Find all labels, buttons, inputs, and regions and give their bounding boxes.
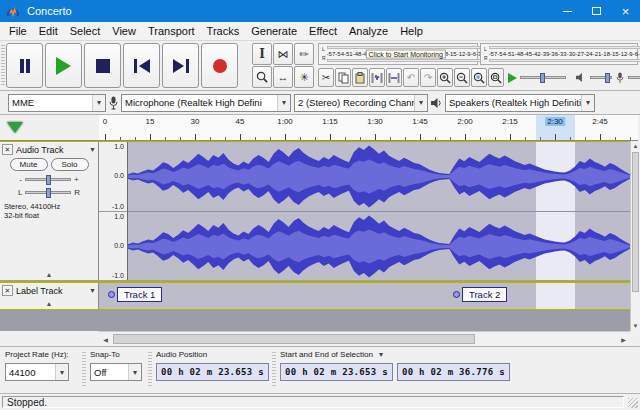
skip-to-end-button[interactable] (162, 43, 199, 88)
selection-start-display[interactable]: 00 h 02 m 23.653 s (280, 363, 393, 381)
minimize-button[interactable] (553, 0, 582, 22)
audio-position-display[interactable]: 00 h 02 m 23.653 s (156, 363, 269, 381)
ruler-label: 1:00 (275, 117, 295, 126)
menu-edit[interactable]: Edit (33, 23, 64, 39)
envelope-tool-button[interactable]: ⋈ (273, 43, 293, 65)
maximize-button[interactable] (582, 0, 611, 22)
pinned-play-head-icon[interactable] (7, 122, 23, 133)
ruler-tick (630, 137, 631, 140)
track-collapse-button[interactable]: ▲ (0, 300, 98, 309)
play-speed-thumb[interactable] (540, 73, 545, 83)
transport-toolbar-grip[interactable] (1, 45, 5, 87)
playback-device-select[interactable]: Speakers (Realtek High Definiti ▾ (445, 94, 595, 112)
pause-button[interactable] (6, 43, 43, 88)
track-title[interactable]: Label Track (16, 286, 86, 296)
resize-grip[interactable] (628, 398, 638, 408)
chevron-down-icon[interactable]: ▾ (379, 350, 383, 359)
horizontal-scrollbar[interactable]: ◀ ▶ (99, 331, 630, 346)
solo-button[interactable]: Solo (51, 158, 89, 171)
scroll-right-arrow[interactable]: ▶ (617, 332, 630, 346)
gain-thumb[interactable] (46, 175, 51, 185)
monitoring-hint[interactable]: Click to Start Monitoring (366, 50, 446, 59)
menu-select[interactable]: Select (64, 23, 107, 39)
waveform-channel-left[interactable] (128, 142, 630, 211)
menu-generate[interactable]: Generate (245, 23, 303, 39)
track-title[interactable]: Audio Track (16, 145, 86, 155)
label-handle-icon[interactable] (108, 291, 115, 298)
selection-region[interactable] (536, 283, 575, 309)
redo-button[interactable]: ↷ (420, 68, 436, 87)
audio-host-select[interactable]: MME ▾ (8, 94, 106, 112)
multi-tool-button[interactable]: ✳ (294, 66, 314, 88)
skip-to-start-button[interactable] (123, 43, 160, 88)
label-flag[interactable]: Track 2 (453, 287, 507, 302)
track-menu-chevron-icon[interactable]: ▼ (89, 146, 96, 153)
selection-tool-button[interactable]: I (252, 43, 272, 65)
horizontal-scroll-thumb[interactable] (113, 334, 475, 344)
vertical-scroll-thumb[interactable] (632, 152, 639, 292)
vertical-scale-ruler[interactable]: 1.0 0.0 -1.0 1.0 0.0 -1.0 (99, 142, 128, 280)
play-at-speed-icon[interactable] (508, 73, 517, 83)
label-track-content[interactable]: Track 1Track 2 (99, 283, 630, 309)
scroll-up-arrow[interactable]: ▲ (631, 141, 640, 151)
label-text[interactable]: Track 1 (117, 287, 162, 302)
playback-meter[interactable]: LR -57-54-51-48-45-42-39-36-33-30-27-24-… (480, 43, 638, 65)
output-volume-slider[interactable] (590, 76, 612, 79)
cut-button[interactable]: ✂ (318, 68, 334, 87)
waveform-channel-right[interactable] (128, 211, 630, 280)
zoom-tool-button[interactable] (252, 66, 272, 88)
draw-tool-button[interactable]: ✏ (294, 43, 314, 65)
timeshift-tool-button[interactable]: ↔ (273, 66, 293, 88)
label-text[interactable]: Track 2 (462, 287, 507, 302)
pan-thumb[interactable] (46, 188, 51, 198)
copy-button[interactable] (335, 68, 351, 87)
zoom-selection-button[interactable] (471, 68, 487, 87)
input-volume-slider[interactable] (628, 76, 640, 79)
scroll-left-arrow[interactable]: ◀ (99, 332, 112, 346)
vertical-scrollbar[interactable]: ▲ ▼ (630, 141, 640, 331)
selection-end-display[interactable]: 00 h 02 m 36.776 s (397, 363, 510, 381)
timeline-ruler[interactable]: 01530451:001:151:301:452:002:152:302:45 (99, 115, 638, 141)
menu-analyze[interactable]: Analyze (343, 23, 394, 39)
toolbar-dock: I ⋈ ✏ ↔ ✳ LR -57-54-51-48-45 (0, 41, 640, 91)
label-flag[interactable]: Track 1 (108, 287, 162, 302)
zoom-in-button[interactable] (437, 68, 453, 87)
ruler-tick (540, 137, 541, 140)
menu-transport[interactable]: Transport (142, 23, 201, 39)
play-button[interactable] (45, 43, 82, 88)
track-close-button[interactable]: ✕ (2, 285, 13, 296)
zoom-fit-button[interactable] (488, 68, 504, 87)
paste-button[interactable] (352, 68, 368, 87)
waveform-area[interactable] (128, 142, 630, 280)
label-handle-icon[interactable] (453, 291, 460, 298)
track-close-button[interactable]: ✕ (2, 144, 13, 155)
meter-channel-labels: LR (322, 45, 326, 63)
menu-help[interactable]: Help (394, 23, 429, 39)
gain-slider[interactable] (25, 178, 71, 181)
menu-view[interactable]: View (106, 23, 142, 39)
selection-mode-label[interactable]: Start and End of Selection (280, 350, 373, 359)
track-collapse-button[interactable]: ▲ (0, 271, 98, 280)
menu-tracks[interactable]: Tracks (201, 23, 246, 39)
recording-device-select[interactable]: Microphone (Realtek High Defini ▾ (121, 94, 291, 112)
record-button[interactable] (201, 43, 238, 88)
project-rate-select[interactable]: 44100 ▾ (5, 363, 69, 381)
close-button[interactable]: × (611, 0, 640, 22)
track-menu-chevron-icon[interactable]: ▼ (89, 287, 96, 294)
scroll-down-arrow[interactable]: ▼ (631, 321, 640, 331)
recording-meter[interactable]: LR -57-54-51-48-45-42-39-36-33-30-27-24-… (318, 43, 478, 65)
snap-to-select[interactable]: Off ▾ (90, 363, 142, 381)
menu-file[interactable]: File (3, 23, 33, 39)
play-speed-slider[interactable] (520, 76, 566, 79)
trim-audio-button[interactable] (369, 68, 385, 87)
recording-channels-select[interactable]: 2 (Stereo) Recording Channels ▾ (294, 94, 428, 112)
menu-effect[interactable]: Effect (303, 23, 343, 39)
stop-button[interactable] (84, 43, 121, 88)
skip-start-icon (139, 59, 150, 73)
silence-audio-button[interactable] (386, 68, 402, 87)
pan-slider[interactable] (25, 191, 71, 194)
output-volume-thumb[interactable] (605, 73, 610, 83)
mute-button[interactable]: Mute (10, 158, 48, 171)
undo-button[interactable]: ↶ (403, 68, 419, 87)
zoom-out-button[interactable] (454, 68, 470, 87)
